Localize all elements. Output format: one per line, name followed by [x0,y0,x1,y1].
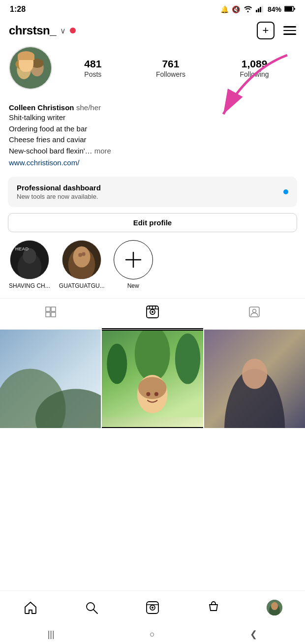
recent-icon: ||| [48,629,55,640]
edit-profile-button[interactable]: Edit profile [8,213,297,232]
recent-apps-button[interactable]: ||| [48,629,55,640]
svg-rect-13 [10,47,51,89]
grid-cell-3[interactable] [204,330,305,428]
following-count: 1,089 [242,58,268,70]
svg-point-31 [152,311,153,313]
bio-line-4: New-school bard flexin'… more [9,146,296,157]
plus-icon: + [263,24,269,37]
svg-point-49 [154,392,158,396]
bio-line-3: Cheese fries and caviar [9,134,296,146]
thumbnail-1 [0,330,101,428]
svg-rect-28 [51,312,56,317]
signal-icon [256,5,265,14]
website-link[interactable]: www.cchristison.com/ [9,158,296,167]
hamburger-icon [283,26,296,35]
nav-icons: + [257,22,296,39]
top-nav: chrstsn_ ∨ + [0,17,305,44]
svg-rect-27 [46,312,50,317]
profile-top: 481 Posts 761 Followers 1,089 Following [9,46,296,90]
svg-point-43 [107,343,127,384]
system-nav: ||| ○ ❮ [0,624,305,644]
notification-icon: 🔔 [220,5,229,13]
svg-rect-6 [294,8,295,10]
pro-dashboard-subtitle: New tools are now available. [17,193,101,200]
svg-line-54 [93,610,97,613]
nav-avatar [267,600,282,615]
chevron-down-icon[interactable]: ∨ [60,26,66,35]
mute-icon: 🔇 [232,5,240,13]
bio-line-1: Shit-talking writer [9,112,296,123]
back-button[interactable]: ❮ [250,629,257,640]
highlight-item[interactable]: HEAD SHAVING CH... [9,240,50,289]
highlights-row: HEAD SHAVING CH... GUATGUATGU... [0,240,305,298]
svg-text:HEAD: HEAD [15,246,29,251]
tagged-icon [248,306,260,321]
svg-rect-5 [285,7,292,11]
username-area[interactable]: chrstsn_ ∨ [9,24,76,37]
posts-stat[interactable]: 481 Posts [84,58,101,78]
highlight-circle-new [114,240,153,279]
svg-point-22 [82,252,86,256]
svg-point-47 [138,377,166,399]
tab-tagged[interactable] [203,299,305,329]
bio-line-2: Ordering food at the bar [9,123,296,135]
highlight-item[interactable]: GUATGUATGU... [59,240,105,289]
home-button[interactable]: ○ [150,629,155,640]
pro-dashboard[interactable]: Professional dashboard New tools are now… [8,177,297,207]
add-post-button[interactable]: + [257,22,274,39]
svg-rect-0 [256,10,257,12]
svg-point-21 [78,253,82,257]
avatar[interactable] [9,46,52,90]
svg-point-37 [252,309,256,313]
nav-shop-button[interactable] [203,597,224,618]
shop-icon [207,601,220,614]
tab-reels[interactable] [102,299,204,329]
profile-section: 481 Posts 761 Followers 1,089 Following [0,44,305,103]
nav-reels-button[interactable] [142,597,163,618]
reels-icon [146,306,159,321]
svg-point-20 [73,246,91,268]
status-bar: 1:28 🔔 🔇 84% [0,0,305,17]
wifi-icon [243,5,253,14]
avatar-image [10,47,51,89]
nav-home-button[interactable] [20,597,41,618]
svg-point-52 [242,359,267,389]
back-icon: ❮ [250,629,257,640]
status-time: 1:28 [10,5,26,14]
followers-stat[interactable]: 761 Followers [156,58,185,78]
svg-rect-26 [51,307,56,311]
svg-rect-2 [260,7,261,12]
bio-section: Colleen Christison she/her Shit-talking … [0,103,305,173]
thumbnail-2 [102,331,203,427]
pro-dashboard-title: Professional dashboard [17,184,101,192]
username-text: chrstsn_ [9,24,56,37]
highlight-circle-2 [62,240,101,279]
display-name: Colleen Christison [9,103,74,112]
tab-grid[interactable] [0,299,102,329]
bottom-nav [0,590,305,624]
highlight-label-2: GUATGUATGU... [59,282,105,289]
highlight-circle-1: HEAD [10,240,49,279]
menu-button[interactable] [283,26,296,35]
tabs-row [0,298,305,330]
svg-rect-25 [46,307,50,311]
status-icons: 🔔 🔇 84% [220,5,295,14]
following-stat[interactable]: 1,089 Following [240,58,269,78]
more-link[interactable]: more [94,147,111,155]
grid-icon [45,306,57,321]
live-indicator [70,28,76,33]
followers-label: Followers [156,70,185,78]
battery-label: 84% [268,5,281,13]
grid-cell-2[interactable] [102,330,203,428]
video-grid [0,330,305,428]
highlight-item-new[interactable]: New [114,240,153,289]
circle-icon: ○ [150,629,155,640]
posts-label: Posts [84,70,101,78]
grid-cell-1[interactable] [0,330,101,428]
posts-count: 481 [84,58,101,70]
thumbnail-3 [204,330,305,428]
bio-name-line: Colleen Christison she/her [9,103,296,112]
pro-dashboard-dot [283,189,288,194]
nav-search-button[interactable] [81,597,102,618]
nav-profile-button[interactable] [264,597,285,618]
